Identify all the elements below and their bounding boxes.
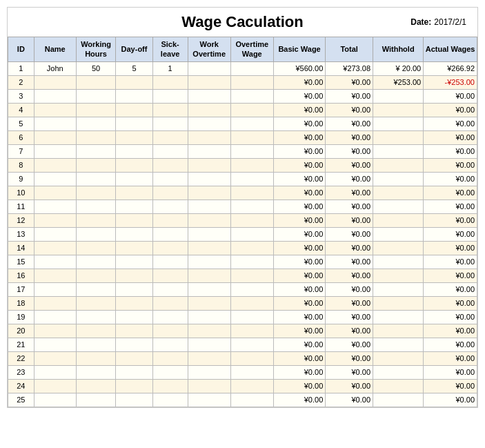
table-cell: ¥0.00 [424, 282, 477, 296]
table-cell [34, 296, 76, 310]
table-cell [116, 255, 152, 269]
table-cell: 6 [8, 130, 34, 144]
table-cell: ¥0.00 [326, 172, 373, 186]
table-cell: 20 [8, 324, 34, 338]
table-cell: ¥0.00 [326, 241, 373, 255]
table-cell [76, 365, 116, 379]
table-cell [152, 172, 188, 186]
table-cell [188, 324, 230, 338]
table-row: 25¥0.00¥0.00¥0.00 [8, 393, 477, 407]
table-cell: ¥0.00 [326, 103, 373, 117]
table-cell [116, 351, 152, 365]
table-cell: ¥0.00 [326, 365, 373, 379]
table-cell [76, 351, 116, 365]
col-header-id: ID [8, 37, 34, 62]
table-cell [373, 296, 424, 310]
table-cell [230, 365, 273, 379]
table-row: 3¥0.00¥0.00¥0.00 [8, 89, 477, 103]
table-cell [230, 186, 273, 199]
table-cell: ¥0.00 [424, 103, 477, 117]
table-row: 14¥0.00¥0.00¥0.00 [8, 241, 477, 255]
table-cell [116, 186, 152, 199]
table-cell: 18 [8, 296, 34, 310]
table-cell [116, 241, 152, 255]
table-cell [76, 379, 116, 393]
table-cell: ¥0.00 [326, 75, 373, 89]
table-cell [116, 269, 152, 282]
table-cell: 13 [8, 227, 34, 241]
table-cell [116, 103, 152, 117]
table-cell [230, 117, 273, 130]
table-cell [230, 296, 273, 310]
table-cell: ¥266.92 [424, 61, 477, 75]
table-cell: ¥0.00 [273, 199, 325, 213]
table-cell [76, 117, 116, 130]
table-cell: ¥0.00 [424, 186, 477, 199]
table-cell: ¥0.00 [326, 89, 373, 103]
table-cell [34, 186, 76, 199]
table-cell [76, 269, 116, 282]
table-cell: ¥0.00 [424, 310, 477, 324]
table-cell [152, 282, 188, 296]
table-cell [116, 365, 152, 379]
table-cell [188, 393, 230, 407]
table-cell: 14 [8, 241, 34, 255]
table-cell [34, 117, 76, 130]
table-cell: 12 [8, 213, 34, 227]
table-cell [34, 199, 76, 213]
table-cell [116, 213, 152, 227]
table-cell [373, 269, 424, 282]
table-cell [34, 241, 76, 255]
table-cell: ¥0.00 [273, 241, 325, 255]
table-cell [34, 393, 76, 407]
table-cell [230, 379, 273, 393]
col-header-actual-wages: Actual Wages [424, 37, 477, 62]
table-cell [116, 117, 152, 130]
table-cell [152, 351, 188, 365]
table-cell: ¥0.00 [326, 310, 373, 324]
table-cell [152, 158, 188, 172]
table-cell: ¥0.00 [326, 338, 373, 351]
table-cell [76, 75, 116, 89]
table-cell [188, 255, 230, 269]
table-cell [152, 186, 188, 199]
table-cell [152, 324, 188, 338]
table-cell: ¥0.00 [326, 227, 373, 241]
table-cell [152, 241, 188, 255]
table-row: 2¥0.00¥0.00¥253.00-¥253.00 [8, 75, 477, 89]
table-row: 12¥0.00¥0.00¥0.00 [8, 213, 477, 227]
table-cell [230, 255, 273, 269]
table-cell [230, 89, 273, 103]
table-cell: ¥0.00 [424, 144, 477, 158]
table-cell [34, 365, 76, 379]
table-cell [116, 227, 152, 241]
table-row: 10¥0.00¥0.00¥0.00 [8, 186, 477, 199]
table-cell [373, 324, 424, 338]
table-cell [373, 310, 424, 324]
table-row: 22¥0.00¥0.00¥0.00 [8, 351, 477, 365]
table-cell [34, 338, 76, 351]
table-cell [152, 296, 188, 310]
table-cell [76, 144, 116, 158]
table-cell: ¥0.00 [326, 255, 373, 269]
table-cell: ¥0.00 [273, 144, 325, 158]
table-cell [34, 89, 76, 103]
table-cell [76, 158, 116, 172]
table-cell [188, 130, 230, 144]
table-row: 24¥0.00¥0.00¥0.00 [8, 379, 477, 393]
col-header-sick-leave: Sick-leave [152, 37, 188, 62]
table-cell [152, 365, 188, 379]
table-cell: ¥0.00 [273, 393, 325, 407]
table-cell: ¥560.00 [273, 61, 325, 75]
table-cell [76, 172, 116, 186]
table-cell: ¥0.00 [273, 351, 325, 365]
table-cell: 23 [8, 365, 34, 379]
table-row: 4¥0.00¥0.00¥0.00 [8, 103, 477, 117]
table-cell [373, 117, 424, 130]
table-cell [373, 255, 424, 269]
table-cell: 25 [8, 393, 34, 407]
table-cell: ¥0.00 [273, 296, 325, 310]
table-cell [34, 351, 76, 365]
table-cell [116, 296, 152, 310]
table-cell [116, 158, 152, 172]
